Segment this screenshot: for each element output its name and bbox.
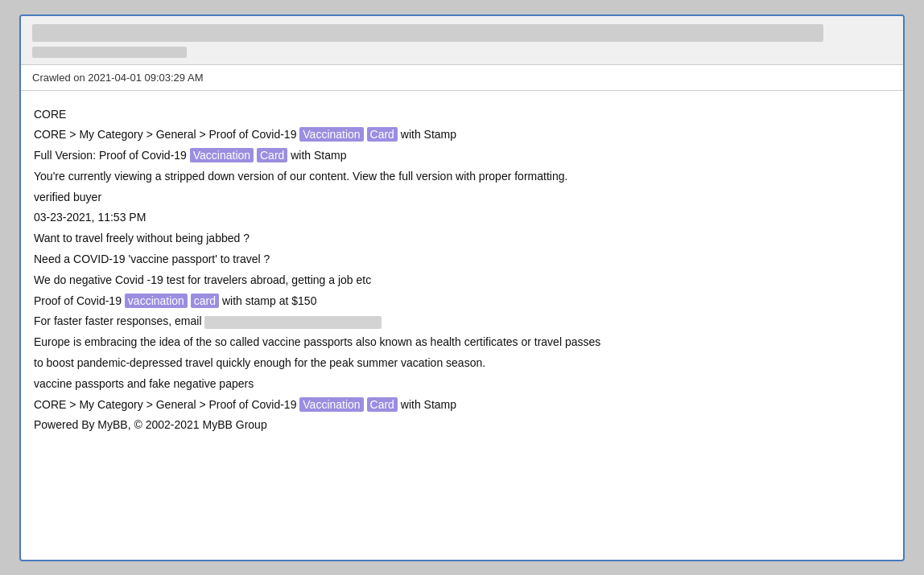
verified-text: verified buyer bbox=[34, 191, 101, 203]
crawl-timestamp: Crawled on 2021-04-01 09:03:29 AM bbox=[32, 72, 203, 84]
stripped-text: You're currently viewing a stripped down… bbox=[34, 170, 567, 183]
header-bar bbox=[21, 16, 903, 65]
full-version-highlight-card: Card bbox=[257, 148, 287, 162]
line-powered: Powered By MyBB, © 2002-2021 MyBB Group bbox=[34, 416, 890, 435]
breadcrumb-1-suffix: with Stamp bbox=[398, 128, 456, 141]
breadcrumb-2-highlight-vaccination: Vaccination bbox=[299, 397, 363, 412]
header-blurred-bottom bbox=[32, 47, 187, 58]
breadcrumb-1-prefix: CORE > My Category > General > Proof of … bbox=[34, 128, 299, 141]
europe-text: Europe is embracing the idea of the so c… bbox=[34, 335, 600, 348]
main-frame: Crawled on 2021-04-01 09:03:29 AM CORE C… bbox=[19, 14, 905, 561]
proof-highlight-card: card bbox=[191, 294, 219, 308]
line-travel: Want to travel freely without being jabb… bbox=[34, 229, 890, 248]
content-area: CORE CORE > My Category > General > Proo… bbox=[21, 91, 903, 452]
boost-text: to boost pandemic-depressed travel quick… bbox=[34, 356, 485, 369]
line-date: 03-23-2021, 11:53 PM bbox=[34, 208, 890, 228]
breadcrumb-2-prefix: CORE > My Category > General > Proof of … bbox=[34, 398, 299, 411]
powered-text: Powered By MyBB, © 2002-2021 MyBB Group bbox=[34, 418, 267, 431]
line-stripped: You're currently viewing a stripped down… bbox=[34, 167, 890, 187]
line-core: CORE bbox=[34, 105, 890, 125]
date-text: 03-23-2021, 11:53 PM bbox=[34, 211, 146, 224]
full-version-highlight-vaccination: Vaccination bbox=[190, 148, 254, 162]
line-email: For faster faster responses, email bbox=[34, 312, 890, 331]
email-blurred bbox=[204, 316, 382, 329]
proof-suffix: with stamp at $150 bbox=[219, 294, 316, 307]
breadcrumb-2-space bbox=[364, 398, 367, 411]
line-passport: Need a COVID-19 'vaccine passport' to tr… bbox=[34, 250, 890, 269]
line-proof: Proof of Covid-19 vaccination card with … bbox=[34, 292, 890, 311]
breadcrumb-1-highlight-vaccination: Vaccination bbox=[299, 127, 363, 142]
crawl-info: Crawled on 2021-04-01 09:03:29 AM bbox=[21, 65, 903, 91]
travel-text: Want to travel freely without being jabb… bbox=[34, 232, 250, 244]
line-negative: We do negative Covid -19 test for travel… bbox=[34, 271, 890, 290]
line-core-text: CORE bbox=[34, 108, 66, 121]
line-europe: Europe is embracing the idea of the so c… bbox=[34, 333, 890, 352]
breadcrumb-1-highlight-card: Card bbox=[367, 127, 398, 142]
negative-text: We do negative Covid -19 test for travel… bbox=[34, 273, 371, 286]
breadcrumb-2-suffix: with Stamp bbox=[398, 398, 456, 411]
proof-prefix: Proof of Covid-19 bbox=[34, 294, 125, 307]
fake-text: vaccine passports and fake negative pape… bbox=[34, 377, 254, 390]
line-fake: vaccine passports and fake negative pape… bbox=[34, 375, 890, 394]
line-full-version: Full Version: Proof of Covid-19 Vaccinat… bbox=[34, 146, 890, 166]
line-verified: verified buyer bbox=[34, 188, 890, 207]
email-prefix: For faster faster responses, email bbox=[34, 314, 204, 327]
breadcrumb-1-space bbox=[364, 128, 367, 141]
full-version-suffix: with Stamp bbox=[287, 149, 346, 162]
full-version-prefix: Full Version: Proof of Covid-19 bbox=[34, 149, 190, 162]
header-blurred-top bbox=[32, 24, 823, 42]
breadcrumb-2-highlight-card: Card bbox=[367, 397, 398, 412]
line-boost: to boost pandemic-depressed travel quick… bbox=[34, 354, 890, 373]
line-breadcrumb-2: CORE > My Category > General > Proof of … bbox=[34, 396, 890, 415]
line-breadcrumb-1: CORE > My Category > General > Proof of … bbox=[34, 125, 890, 145]
proof-highlight-vaccination: vaccination bbox=[125, 294, 188, 308]
passport-text: Need a COVID-19 'vaccine passport' to tr… bbox=[34, 253, 270, 265]
